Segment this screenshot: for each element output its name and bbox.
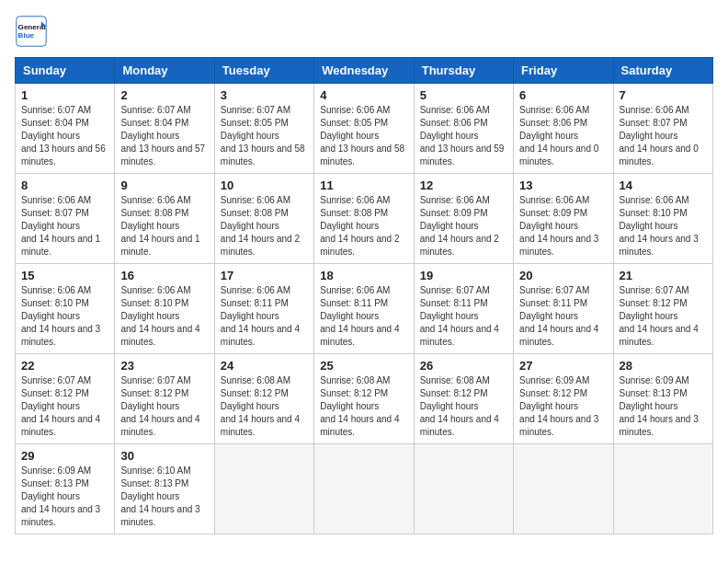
- weekday-header-wednesday: Wednesday: [314, 58, 414, 84]
- calendar-day-30: 30 Sunrise: 6:10 AM Sunset: 8:13 PM Dayl…: [115, 444, 214, 534]
- calendar-day-19: 19 Sunrise: 6:07 AM Sunset: 8:11 PM Dayl…: [414, 264, 513, 354]
- calendar-day-1: 1 Sunrise: 6:07 AM Sunset: 8:04 PM Dayli…: [16, 84, 115, 174]
- calendar-day-20: 20 Sunrise: 6:07 AM Sunset: 8:11 PM Dayl…: [514, 264, 613, 354]
- calendar-day-17: 17 Sunrise: 6:06 AM Sunset: 8:11 PM Dayl…: [214, 264, 313, 354]
- day-number: 28: [620, 359, 707, 373]
- day-number: 24: [221, 359, 308, 373]
- weekday-header-saturday: Saturday: [613, 58, 712, 84]
- calendar-week-3: 15 Sunrise: 6:06 AM Sunset: 8:10 PM Dayl…: [16, 264, 713, 354]
- calendar-day-26: 26 Sunrise: 6:08 AM Sunset: 8:12 PM Dayl…: [414, 354, 513, 444]
- day-number: 27: [519, 359, 607, 373]
- calendar-day-5: 5 Sunrise: 6:06 AM Sunset: 8:06 PM Dayli…: [414, 84, 513, 174]
- calendar-day-24: 24 Sunrise: 6:08 AM Sunset: 8:12 PM Dayl…: [214, 354, 313, 444]
- calendar-day-10: 10 Sunrise: 6:06 AM Sunset: 8:08 PM Dayl…: [214, 174, 313, 264]
- calendar-day-18: 18 Sunrise: 6:06 AM Sunset: 8:11 PM Dayl…: [314, 264, 414, 354]
- day-info: Sunrise: 6:06 AM Sunset: 8:10 PM Dayligh…: [620, 194, 707, 259]
- day-info: Sunrise: 6:08 AM Sunset: 8:12 PM Dayligh…: [221, 374, 308, 439]
- calendar-day-23: 23 Sunrise: 6:07 AM Sunset: 8:12 PM Dayl…: [115, 354, 214, 444]
- day-number: 1: [21, 88, 108, 102]
- calendar-day-15: 15 Sunrise: 6:06 AM Sunset: 8:10 PM Dayl…: [16, 264, 115, 354]
- weekday-header-tuesday: Tuesday: [214, 58, 313, 84]
- day-info: Sunrise: 6:06 AM Sunset: 8:07 PM Dayligh…: [21, 194, 108, 259]
- day-info: Sunrise: 6:09 AM Sunset: 8:13 PM Dayligh…: [21, 465, 108, 529]
- day-number: 2: [120, 88, 208, 102]
- day-number: 14: [620, 178, 707, 192]
- calendar-day-12: 12 Sunrise: 6:06 AM Sunset: 8:09 PM Dayl…: [414, 174, 513, 264]
- calendar-day-empty: [314, 444, 414, 534]
- calendar-week-2: 8 Sunrise: 6:06 AM Sunset: 8:07 PM Dayli…: [16, 174, 713, 264]
- day-number: 18: [320, 269, 407, 282]
- calendar-day-empty: [613, 444, 712, 534]
- day-number: 25: [320, 359, 407, 373]
- day-number: 19: [420, 269, 507, 282]
- day-number: 30: [120, 449, 208, 463]
- weekday-header-friday: Friday: [514, 58, 613, 84]
- day-number: 6: [519, 88, 607, 102]
- day-info: Sunrise: 6:06 AM Sunset: 8:11 PM Dayligh…: [221, 284, 308, 349]
- calendar-week-1: 1 Sunrise: 6:07 AM Sunset: 8:04 PM Dayli…: [16, 84, 713, 174]
- calendar-day-empty: [414, 444, 513, 534]
- calendar-day-3: 3 Sunrise: 6:07 AM Sunset: 8:05 PM Dayli…: [214, 84, 313, 174]
- calendar-week-5: 29 Sunrise: 6:09 AM Sunset: 8:13 PM Dayl…: [16, 444, 713, 534]
- day-info: Sunrise: 6:06 AM Sunset: 8:07 PM Dayligh…: [620, 104, 707, 168]
- day-info: Sunrise: 6:06 AM Sunset: 8:08 PM Dayligh…: [221, 194, 308, 259]
- calendar-table: SundayMondayTuesdayWednesdayThursdayFrid…: [15, 57, 713, 534]
- day-number: 10: [221, 178, 308, 192]
- calendar-day-29: 29 Sunrise: 6:09 AM Sunset: 8:13 PM Dayl…: [16, 444, 115, 534]
- day-info: Sunrise: 6:10 AM Sunset: 8:13 PM Dayligh…: [120, 465, 208, 529]
- day-info: Sunrise: 6:07 AM Sunset: 8:04 PM Dayligh…: [120, 104, 208, 168]
- day-number: 8: [21, 178, 108, 192]
- day-number: 17: [221, 269, 308, 282]
- calendar-day-21: 21 Sunrise: 6:07 AM Sunset: 8:12 PM Dayl…: [613, 264, 712, 354]
- day-number: 5: [420, 88, 507, 102]
- logo: General Blue: [15, 15, 51, 48]
- day-number: 15: [21, 269, 108, 282]
- calendar-day-empty: [514, 444, 613, 534]
- day-number: 20: [519, 269, 607, 282]
- day-info: Sunrise: 6:06 AM Sunset: 8:06 PM Dayligh…: [519, 104, 607, 168]
- calendar-day-22: 22 Sunrise: 6:07 AM Sunset: 8:12 PM Dayl…: [16, 354, 115, 444]
- day-number: 26: [420, 359, 507, 373]
- weekday-header-thursday: Thursday: [414, 58, 513, 84]
- calendar-day-6: 6 Sunrise: 6:06 AM Sunset: 8:06 PM Dayli…: [514, 84, 613, 174]
- day-number: 29: [21, 449, 108, 463]
- svg-text:Blue: Blue: [18, 31, 35, 40]
- day-info: Sunrise: 6:07 AM Sunset: 8:12 PM Dayligh…: [620, 284, 707, 349]
- day-info: Sunrise: 6:06 AM Sunset: 8:08 PM Dayligh…: [320, 194, 407, 259]
- day-info: Sunrise: 6:09 AM Sunset: 8:13 PM Dayligh…: [620, 374, 707, 439]
- calendar-day-4: 4 Sunrise: 6:06 AM Sunset: 8:05 PM Dayli…: [314, 84, 414, 174]
- calendar-day-7: 7 Sunrise: 6:06 AM Sunset: 8:07 PM Dayli…: [613, 84, 712, 174]
- day-info: Sunrise: 6:07 AM Sunset: 8:11 PM Dayligh…: [519, 284, 607, 349]
- day-info: Sunrise: 6:06 AM Sunset: 8:09 PM Dayligh…: [519, 194, 607, 259]
- day-info: Sunrise: 6:07 AM Sunset: 8:12 PM Dayligh…: [21, 374, 108, 439]
- day-number: 9: [120, 178, 208, 192]
- weekday-header-row: SundayMondayTuesdayWednesdayThursdayFrid…: [16, 58, 713, 84]
- day-number: 21: [620, 269, 707, 282]
- day-number: 16: [120, 269, 208, 282]
- day-number: 7: [620, 88, 707, 102]
- day-info: Sunrise: 6:07 AM Sunset: 8:04 PM Dayligh…: [21, 104, 108, 168]
- day-number: 12: [420, 178, 507, 192]
- day-info: Sunrise: 6:07 AM Sunset: 8:11 PM Dayligh…: [420, 284, 507, 349]
- calendar-day-28: 28 Sunrise: 6:09 AM Sunset: 8:13 PM Dayl…: [613, 354, 712, 444]
- day-info: Sunrise: 6:07 AM Sunset: 8:05 PM Dayligh…: [221, 104, 308, 168]
- day-info: Sunrise: 6:06 AM Sunset: 8:09 PM Dayligh…: [420, 194, 507, 259]
- day-info: Sunrise: 6:08 AM Sunset: 8:12 PM Dayligh…: [420, 374, 507, 439]
- calendar-day-11: 11 Sunrise: 6:06 AM Sunset: 8:08 PM Dayl…: [314, 174, 414, 264]
- day-number: 23: [120, 359, 208, 373]
- weekday-header-monday: Monday: [115, 58, 214, 84]
- day-number: 13: [519, 178, 607, 192]
- day-info: Sunrise: 6:09 AM Sunset: 8:12 PM Dayligh…: [519, 374, 607, 439]
- day-info: Sunrise: 6:06 AM Sunset: 8:06 PM Dayligh…: [420, 104, 507, 168]
- calendar-day-empty: [214, 444, 313, 534]
- page-header: General Blue: [15, 15, 713, 48]
- calendar-day-16: 16 Sunrise: 6:06 AM Sunset: 8:10 PM Dayl…: [115, 264, 214, 354]
- day-info: Sunrise: 6:08 AM Sunset: 8:12 PM Dayligh…: [320, 374, 407, 439]
- day-info: Sunrise: 6:06 AM Sunset: 8:10 PM Dayligh…: [21, 284, 108, 349]
- day-number: 3: [221, 88, 308, 102]
- day-number: 22: [21, 359, 108, 373]
- day-number: 4: [320, 88, 407, 102]
- calendar-day-14: 14 Sunrise: 6:06 AM Sunset: 8:10 PM Dayl…: [613, 174, 712, 264]
- calendar-day-27: 27 Sunrise: 6:09 AM Sunset: 8:12 PM Dayl…: [514, 354, 613, 444]
- weekday-header-sunday: Sunday: [16, 58, 115, 84]
